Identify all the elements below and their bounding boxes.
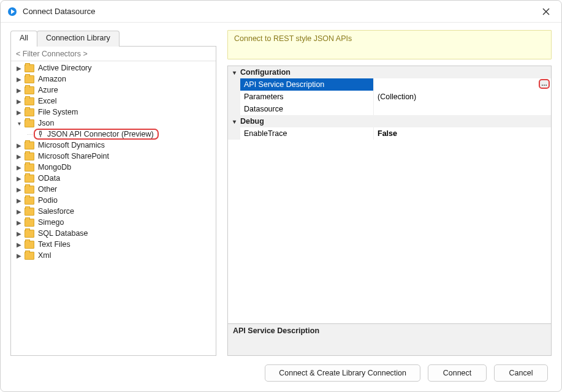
chevron-right-icon[interactable]: ▶	[15, 153, 23, 160]
prop-parameters[interactable]: Parameters (Collection)	[228, 91, 551, 103]
category-label: Configuration	[240, 68, 290, 77]
prop-value-input[interactable]	[378, 80, 551, 89]
dialog-window: Connect Datasource All Connection Librar…	[0, 0, 562, 392]
tree-item-xml[interactable]: ▶Xml	[11, 250, 216, 261]
folder-icon	[25, 219, 34, 227]
folder-icon	[25, 119, 34, 127]
category-debug[interactable]: ▾ Debug	[228, 115, 551, 127]
folder-icon	[25, 141, 34, 149]
tree-item-sql-database[interactable]: ▶SQL Database	[11, 228, 216, 239]
chevron-right-icon[interactable]: ▶	[15, 76, 23, 83]
connect-button[interactable]: Connect	[428, 364, 487, 382]
property-grid[interactable]: ▾ Configuration API Service Description …	[228, 66, 551, 323]
tree-item-podio[interactable]: ▶Podio	[11, 195, 216, 206]
folder-icon	[25, 241, 34, 249]
folder-icon	[25, 252, 34, 260]
folder-icon	[25, 97, 34, 105]
chevron-down-icon[interactable]: ▾	[228, 69, 240, 76]
connector-icon	[36, 130, 45, 138]
chevron-right-icon[interactable]: ▶	[15, 186, 23, 193]
tree-item-active-directory[interactable]: ▶Active Directory	[11, 62, 216, 74]
tree-item-json[interactable]: ▾Json	[11, 118, 216, 129]
prop-value[interactable]: False	[374, 127, 551, 140]
cancel-button[interactable]: Cancel	[494, 364, 548, 382]
chevron-right-icon[interactable]: ▶	[15, 98, 23, 105]
prop-name: Datasource	[240, 103, 374, 115]
ellipsis-button[interactable]: …	[539, 79, 550, 89]
chevron-right-icon[interactable]: ▶	[15, 241, 23, 248]
chevron-right-icon[interactable]: ▶	[15, 87, 23, 94]
tabstrip: All Connection Library	[10, 30, 216, 46]
filter-connectors[interactable]	[11, 47, 216, 61]
dialog-buttons: Connect & Create Library Connection Conn…	[10, 356, 552, 385]
tree-item-azure[interactable]: ▶Azure	[11, 85, 216, 96]
chevron-right-icon[interactable]: ▶	[15, 197, 23, 204]
property-description: API Service Description	[228, 323, 551, 355]
folder-icon	[25, 197, 34, 205]
tree-item-salesforce[interactable]: ▶Salesforce	[11, 206, 216, 217]
chevron-right-icon[interactable]: ▶	[15, 219, 23, 226]
selected-highlight: JSON API Connector (Preview)	[34, 129, 159, 140]
connector-tree-box: ▶Active Directory ▶Amazon ▶Azure ▶Excel …	[10, 46, 216, 356]
app-icon	[7, 6, 18, 17]
property-grid-box: ▾ Configuration API Service Description …	[227, 66, 552, 356]
tree-item-file-system[interactable]: ▶File System	[11, 107, 216, 118]
prop-value[interactable]: …	[374, 78, 551, 91]
folder-icon	[25, 75, 34, 83]
info-banner-text: Connect to REST style JSON APIs	[234, 34, 352, 43]
prop-name: API Service Description	[240, 78, 374, 91]
category-label: Debug	[240, 117, 264, 126]
tree-item-amazon[interactable]: ▶Amazon	[11, 74, 216, 85]
chevron-right-icon[interactable]: ▶	[15, 208, 23, 215]
chevron-down-icon[interactable]: ▾	[15, 120, 23, 127]
dialog-title: Connect Datasource	[23, 7, 537, 16]
chevron-right-icon[interactable]: ▶	[15, 109, 23, 116]
prop-datasource[interactable]: Datasource	[228, 103, 551, 115]
chevron-right-icon[interactable]: ▶	[15, 175, 23, 182]
tree-item-mongodb[interactable]: ▶MongoDb	[11, 162, 216, 173]
property-description-title: API Service Description	[233, 326, 546, 335]
tree-item-excel[interactable]: ▶Excel	[11, 96, 216, 107]
filter-input[interactable]	[11, 47, 216, 61]
folder-icon	[25, 86, 34, 94]
tree-item-other[interactable]: ▶Other	[11, 184, 216, 195]
folder-icon	[25, 230, 34, 238]
chevron-right-icon[interactable]: ▶	[15, 65, 23, 72]
connect-create-library-button[interactable]: Connect & Create Library Connection	[265, 364, 420, 382]
prop-api-service-description[interactable]: API Service Description …	[228, 78, 551, 91]
folder-icon	[25, 175, 34, 183]
connector-tree[interactable]: ▶Active Directory ▶Amazon ▶Azure ▶Excel …	[11, 61, 216, 355]
tree-guide-icon: ⋯	[27, 131, 32, 138]
tree-item-odata[interactable]: ▶OData	[11, 173, 216, 184]
dialog-body: All Connection Library ▶Active Directory…	[1, 23, 561, 391]
chevron-right-icon[interactable]: ▶	[15, 142, 23, 149]
titlebar: Connect Datasource	[1, 1, 561, 23]
folder-icon	[25, 153, 34, 160]
tree-item-microsoft-sharepoint[interactable]: ▶Microsoft SharePoint	[11, 151, 216, 162]
tree-item-microsoft-dynamics[interactable]: ▶Microsoft Dynamics	[11, 140, 216, 151]
folder-icon	[25, 108, 34, 116]
category-configuration[interactable]: ▾ Configuration	[228, 66, 551, 78]
main-panes: All Connection Library ▶Active Directory…	[10, 30, 552, 356]
tree-item-json-api-connector[interactable]: ⋯ JSON API Connector (Preview)	[11, 129, 216, 140]
chevron-right-icon[interactable]: ▶	[15, 164, 23, 171]
chevron-down-icon[interactable]: ▾	[228, 118, 240, 125]
folder-icon	[25, 208, 34, 216]
tree-item-simego[interactable]: ▶Simego	[11, 217, 216, 228]
tab-all[interactable]: All	[10, 31, 37, 47]
prop-value[interactable]: (Collection)	[374, 91, 551, 103]
prop-name: EnableTrace	[240, 127, 374, 140]
folder-icon	[25, 186, 34, 194]
prop-value[interactable]	[374, 103, 551, 115]
folder-icon	[25, 164, 34, 172]
close-button[interactable]	[537, 2, 555, 21]
tree-item-text-files[interactable]: ▶Text Files	[11, 239, 216, 250]
folder-icon	[25, 64, 34, 72]
chevron-right-icon[interactable]: ▶	[15, 252, 23, 259]
svg-rect-4	[40, 132, 42, 135]
tree-item-label: JSON API Connector (Preview)	[47, 130, 154, 138]
tab-connection-library[interactable]: Connection Library	[37, 31, 120, 47]
chevron-right-icon[interactable]: ▶	[15, 230, 23, 237]
prop-enable-trace[interactable]: EnableTrace False	[228, 127, 551, 140]
info-banner: Connect to REST style JSON APIs	[227, 30, 552, 59]
